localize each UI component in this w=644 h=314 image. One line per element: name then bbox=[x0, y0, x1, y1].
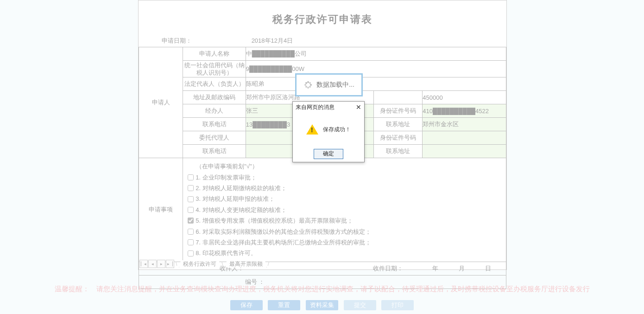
dialog-message: 保存成功！ bbox=[323, 126, 351, 134]
spinner-icon bbox=[303, 80, 313, 90]
loading-toast: 数据加载中... bbox=[295, 73, 363, 96]
message-dialog: 来自网页的消息 ✕ 保存成功！ 确定 bbox=[292, 101, 365, 162]
dialog-title: 来自网页的消息 bbox=[296, 102, 335, 113]
loading-text: 数据加载中... bbox=[316, 81, 354, 89]
close-icon[interactable]: ✕ bbox=[356, 102, 361, 113]
ok-button[interactable]: 确定 bbox=[314, 149, 343, 159]
warning-icon bbox=[306, 124, 318, 135]
